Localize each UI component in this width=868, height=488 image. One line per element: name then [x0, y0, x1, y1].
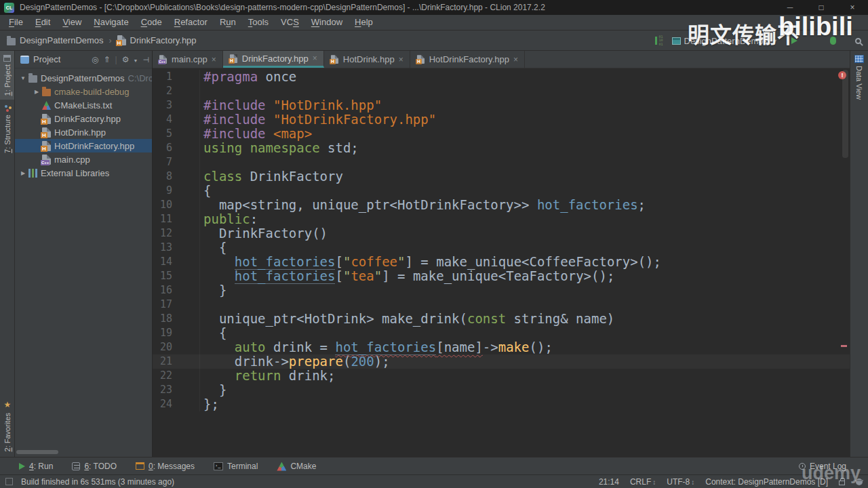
resolve-context[interactable]: Context: DesignPatternDemos [D] [705, 477, 828, 487]
run-configuration-select[interactable]: DesignPatternDemos ▼ [672, 36, 778, 46]
tree-item-hotdrink-hpp[interactable]: HotDrink.hpp [15, 125, 152, 139]
toolwindow-cmake[interactable]: CMake [277, 462, 316, 471]
breadcrumb-project[interactable]: DesignPatternDemos [20, 35, 104, 45]
code-line-20[interactable]: 20 auto drink = hot_factories[name]->mak… [153, 340, 850, 354]
breadcrumb: DesignPatternDemos › DrinkFactory.hpp [7, 35, 197, 45]
tool-tab-7-structure[interactable]: 7: Structure [0, 100, 14, 157]
vertical-scrollbar[interactable] [842, 70, 848, 158]
code-line-4[interactable]: 4#include "HotDrinkFactory.hpp" [153, 113, 850, 127]
code-line-5[interactable]: 5#include <map> [153, 127, 850, 141]
menu-code[interactable]: Code [135, 15, 168, 30]
code-line-6[interactable]: 6using namespace std; [153, 141, 850, 155]
menu-tools[interactable]: Tools [242, 15, 275, 30]
caret-position[interactable]: 21:14 [599, 477, 619, 487]
tree-item-cmakelists-txt[interactable]: CMakeLists.txt [15, 98, 152, 112]
tool-tab-1-project[interactable]: 1: Project [0, 51, 14, 100]
code-line-18[interactable]: 18 unique_ptr<HotDrink> make_drink(const… [153, 312, 850, 326]
menu-window[interactable]: Window [305, 15, 349, 30]
tree-item-cmake-build-debug[interactable]: cmake-build-debug [15, 85, 152, 98]
editor-tab-drinkfactory-hpp[interactable]: DrinkFactory.hpp [223, 51, 324, 68]
code-line-15[interactable]: 15 hot_factories["tea"] = make_unique<Te… [153, 269, 850, 283]
code-token: }; [203, 396, 219, 411]
tree-item-main-cpp[interactable]: main.cpp [15, 152, 152, 166]
expand-arrow-icon[interactable] [18, 170, 28, 176]
tool-tab-data-view[interactable]: Data View [850, 51, 868, 104]
toolwindow-terminal[interactable]: Terminal [214, 462, 258, 471]
menu-help[interactable]: Help [349, 15, 379, 30]
error-stripe-mark[interactable] [841, 345, 847, 347]
code-line-8[interactable]: 8class DrinkFactory [153, 169, 850, 184]
code-line-2[interactable]: 2 [153, 84, 850, 98]
tab-close-icon[interactable] [313, 54, 317, 63]
tab-close-icon[interactable] [513, 55, 518, 64]
code-line-17[interactable]: 17 [153, 298, 850, 312]
code-line-24[interactable]: 24}; [153, 397, 850, 411]
run-button[interactable] [791, 37, 797, 44]
status-message: Build finished in 6s 531ms (3 minutes ag… [21, 477, 174, 487]
settings-gear-icon[interactable]: ▼ [122, 55, 138, 64]
code-line-19[interactable]: 19 { [153, 326, 850, 340]
code-editor[interactable]: 1#pragma once23#include "HotDrink.hpp"4#… [153, 68, 850, 457]
expand-arrow-icon[interactable] [31, 89, 42, 95]
code-line-10[interactable]: 10 map<string, unique_ptr<HotDrinkFactor… [153, 198, 850, 212]
search-everywhere-icon[interactable] [855, 38, 861, 44]
tool-tab-2-favorites[interactable]: 2: Favorites [0, 394, 15, 455]
code-line-12[interactable]: 12 DrinkFactory() [153, 226, 850, 241]
tree-item-designpatterndemos[interactable]: DesignPatternDemosC:\Drop [15, 71, 152, 85]
close-button[interactable]: × [837, 0, 868, 15]
code-line-3[interactable]: 3#include "HotDrink.hpp" [153, 98, 850, 113]
code-line-21[interactable]: 21 drink->prepare(200); [153, 354, 850, 369]
inspections-hector-icon[interactable] [856, 479, 863, 485]
tree-item-hotdrinkfactory-hpp[interactable]: HotDrinkFactory.hpp [15, 139, 152, 152]
maximize-button[interactable]: □ [806, 0, 837, 15]
menu-navigate[interactable]: Navigate [87, 15, 134, 30]
minimize-button[interactable]: ─ [774, 0, 806, 15]
breadcrumb-file[interactable]: DrinkFactory.hpp [130, 35, 197, 45]
menu-vcs[interactable]: VCS [275, 15, 305, 30]
tree-item-drinkfactory-hpp[interactable]: DrinkFactory.hpp [15, 112, 152, 125]
code-token: " [374, 268, 382, 283]
tab-close-icon[interactable] [399, 55, 403, 64]
editor-tab-main-cpp[interactable]: main.cpp [153, 51, 223, 68]
menu-view[interactable]: View [56, 15, 87, 30]
lock-icon[interactable] [839, 481, 845, 485]
code-token [203, 268, 235, 283]
horizontal-scrollbar[interactable] [16, 450, 58, 454]
code-line-23[interactable]: 23 } [153, 383, 850, 397]
menu-file[interactable]: File [3, 15, 29, 30]
folder-icon [7, 38, 16, 45]
menu-edit[interactable]: Edit [29, 15, 56, 30]
toolwindow-0-messages[interactable]: 0: Messages [136, 462, 195, 471]
code-line-1[interactable]: 1#pragma once [153, 70, 850, 84]
editor-tab-hotdrinkfactory-hpp[interactable]: HotDrinkFactory.hpp [410, 51, 525, 68]
menu-refactor[interactable]: Refactor [168, 15, 214, 30]
code-line-11[interactable]: 11public: [153, 212, 850, 226]
code-token: hot_factories [335, 340, 436, 355]
code-line-16[interactable]: 16 } [153, 283, 850, 298]
menu-run[interactable]: Run [214, 15, 242, 30]
tab-close-icon[interactable] [212, 55, 216, 64]
editor-tab-hotdrink-hpp[interactable]: HotDrink.hpp [324, 51, 410, 68]
collapse-all-icon[interactable] [104, 55, 111, 64]
code-line-7[interactable]: 7 [153, 155, 850, 169]
code-token: <map> [273, 126, 312, 141]
event-log-button[interactable]: Event Log [799, 458, 846, 475]
project-panel-title[interactable]: Project [33, 54, 60, 64]
left-tool-strip: 1: Project7: Structure 2: Favorites [0, 51, 15, 457]
code-line-9[interactable]: 9{ [153, 184, 850, 198]
toolwindow-6-todo[interactable]: 6: TODO [72, 462, 117, 471]
hide-panel-icon[interactable] [142, 55, 149, 64]
toolwindow-toggle-icon[interactable] [5, 478, 13, 485]
tree-item-label: HotDrinkFactory.hpp [54, 141, 134, 151]
expand-arrow-icon[interactable] [18, 75, 28, 81]
code-line-14[interactable]: 14 hot_factories["coffee"] = make_unique… [153, 255, 850, 269]
toolwindow-4-run[interactable]: 4: Run [19, 462, 53, 471]
debug-button[interactable] [830, 37, 836, 45]
line-number: 6 [153, 141, 200, 155]
code-line-22[interactable]: 22 return drink; [153, 369, 850, 383]
tree-item-external-libraries[interactable]: External Libraries [15, 166, 152, 180]
encoding-select[interactable]: UTF-8 [667, 477, 694, 487]
line-separator-select[interactable]: CRLF [630, 477, 656, 487]
code-line-13[interactable]: 13 { [153, 241, 850, 255]
locate-file-icon[interactable] [92, 55, 98, 64]
